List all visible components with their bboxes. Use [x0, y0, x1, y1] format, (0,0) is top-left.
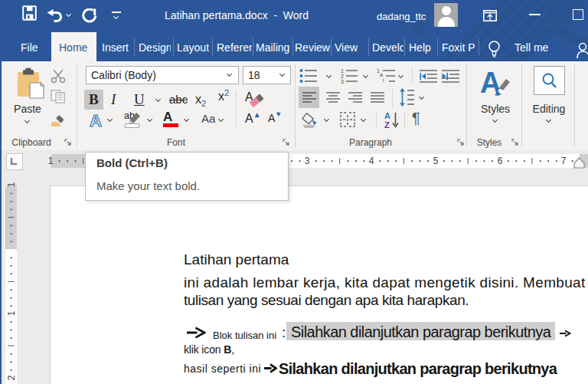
- svg-text:7: 7: [561, 156, 567, 166]
- svg-text:2: 2: [6, 375, 17, 380]
- svg-text:2: 2: [341, 74, 344, 79]
- svg-text:A: A: [90, 111, 102, 128]
- svg-text:3: 3: [341, 79, 344, 84]
- svg-text:1: 1: [341, 68, 344, 74]
- svg-text:i: i: [383, 77, 384, 83]
- svg-text:4: 4: [369, 156, 374, 166]
- svg-text:Z: Z: [384, 120, 390, 130]
- svg-text:6: 6: [498, 156, 503, 166]
- svg-text:3: 3: [305, 156, 310, 166]
- svg-text:a: a: [380, 72, 383, 77]
- svg-text:1: 1: [48, 156, 54, 166]
- svg-text:1: 1: [6, 310, 17, 316]
- svg-text:1: 1: [6, 182, 17, 187]
- svg-text:5: 5: [433, 156, 439, 166]
- svg-text:A: A: [384, 111, 390, 120]
